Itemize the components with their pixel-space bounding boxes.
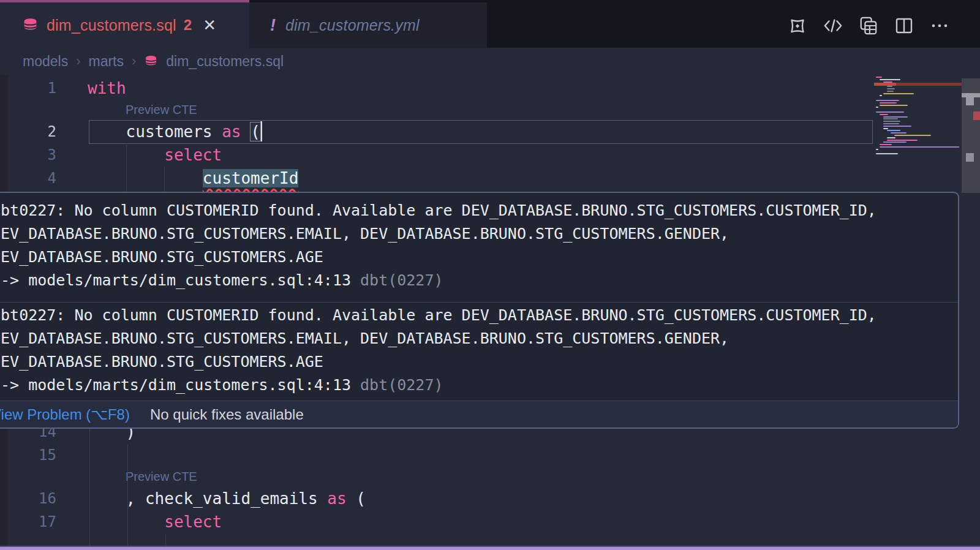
minimap-line	[883, 118, 898, 119]
code-token	[88, 513, 164, 531]
line-number[interactable]: 1	[0, 77, 56, 100]
indent-guide	[127, 445, 128, 546]
minimap-error-line	[874, 83, 896, 86]
warning-icon: !	[270, 16, 276, 35]
minimap-line	[880, 95, 882, 96]
chevron-right-icon: ›	[132, 53, 136, 69]
code-line[interactable]: 15	[0, 443, 876, 467]
error-line: DEV_DATABASE.BRUNO.STG_CUSTOMERS.AGE	[0, 246, 958, 269]
minimap-line	[887, 88, 895, 89]
minimap-line	[883, 126, 911, 127]
breadcrumb-file[interactable]: dim_customers.sql	[166, 53, 284, 70]
minimap-line	[887, 91, 894, 92]
minimap-line	[894, 135, 931, 136]
line-number[interactable]: 17	[0, 510, 56, 533]
error-hover-popup: dbt0227: No column CUSTOMERID found. Ava…	[0, 192, 959, 429]
breadcrumb-models[interactable]: models	[23, 53, 68, 70]
query-results-icon[interactable]	[859, 16, 878, 36]
minimap-line	[880, 102, 897, 104]
close-tab-icon[interactable]: ✕	[203, 17, 216, 33]
line-content: , check_valid_emails as (	[88, 487, 366, 510]
code-line[interactable]: 4 customerId	[0, 167, 876, 190]
tab-dim-customers-sql[interactable]: dim_customers.sql 2 ✕	[0, 0, 249, 48]
more-actions-icon[interactable]	[930, 16, 949, 36]
tab-bar: dim_customers.sql 2 ✕ ! dim_customers.ym…	[0, 0, 980, 48]
indent-guide	[164, 167, 165, 192]
error-code: dbt(0227)	[351, 376, 443, 394]
hover-status-bar: View Problem (⌥F8) No quick fixes availa…	[0, 401, 958, 428]
code-token: as	[327, 489, 346, 508]
tab-label: dim_customers.yml	[285, 17, 420, 34]
minimap-line	[883, 123, 899, 124]
minimap-line	[883, 128, 888, 129]
minimap-line	[876, 111, 904, 113]
problem-count-badge: 2	[184, 17, 192, 34]
error-line: dbt0227: No column CUSTOMERID found. Ava…	[0, 199, 958, 222]
code-line[interactable]: 3 select	[0, 143, 876, 167]
error-code: dbt(0227)	[351, 271, 443, 289]
ruler-mark-gray	[962, 93, 980, 97]
dbt-logo-icon[interactable]	[788, 16, 807, 36]
minimap-line	[883, 93, 914, 94]
ruler-mark-error	[973, 111, 980, 120]
code-line[interactable]: 1with	[0, 77, 876, 100]
view-problem-link[interactable]: View Problem (⌥F8)	[0, 406, 130, 423]
code-token	[241, 122, 251, 141]
code-token: select	[164, 513, 222, 531]
code-line[interactable]: 2 customers as (	[0, 120, 876, 143]
minimap-line	[876, 100, 899, 101]
error-line: DEV_DATABASE.BRUNO.STG_CUSTOMERS.EMAIL, …	[0, 327, 958, 350]
minimap-line	[891, 132, 907, 134]
minimap-line	[883, 121, 900, 122]
text-cursor	[260, 121, 262, 141]
code-line[interactable]: 16 , check_valid_emails as (	[0, 487, 876, 510]
line-content: customers as (	[88, 120, 262, 143]
no-quick-fixes-label: No quick fixes available	[150, 406, 304, 423]
error-location-line: --> models/marts/dim_customers.sql:4:13 …	[0, 269, 958, 292]
line-number[interactable]: 3	[0, 143, 56, 167]
error-line: DEV_DATABASE.BRUNO.STG_CUSTOMERS.AGE	[0, 350, 958, 374]
line-number[interactable]: 2	[0, 120, 56, 143]
code-token: customers	[88, 122, 222, 141]
error-location-line: --> models/marts/dim_customers.sql:4:13 …	[0, 374, 958, 397]
database-icon	[144, 55, 158, 69]
indent-guide	[89, 429, 90, 546]
compiled-code-icon[interactable]	[823, 16, 843, 36]
minimap-line	[887, 130, 900, 131]
error-line: dbt0227: No column CUSTOMERID found. Ava…	[0, 304, 958, 327]
line-number[interactable]: 16	[0, 487, 56, 510]
minimap-line	[876, 77, 882, 78]
scrollbar[interactable]	[962, 75, 980, 550]
minimap-line	[883, 141, 907, 143]
code-line[interactable]: 17 select	[0, 510, 876, 533]
code-token: customerId	[203, 169, 299, 187]
minimap-line	[876, 107, 878, 108]
minimap-line	[876, 153, 898, 154]
ruler-mark-gray	[966, 153, 974, 162]
minimap-line	[887, 140, 918, 141]
code-token: (	[347, 489, 366, 508]
error-message-block: dbt0227: No column CUSTOMERID found. Ava…	[0, 193, 958, 302]
codelens-preview-cte[interactable]: Preview CTE	[126, 100, 197, 120]
code-token: , check_valid_emails	[88, 489, 327, 508]
code-token: with	[88, 79, 126, 97]
minimap-line	[883, 116, 908, 118]
breadcrumb-marts[interactable]: marts	[88, 53, 124, 70]
line-content: select	[88, 143, 222, 167]
line-number[interactable]: 15	[0, 443, 56, 467]
minimap-line	[887, 137, 895, 138]
breadcrumb: models › marts › dim_customers.sql	[23, 48, 284, 75]
code-token: as	[222, 122, 241, 141]
tab-dim-customers-yml[interactable]: ! dim_customers.yml	[249, 0, 487, 48]
minimap-line	[887, 86, 892, 87]
split-editor-icon[interactable]	[894, 16, 914, 36]
line-content: with	[88, 77, 126, 100]
codelens-preview-cte[interactable]: Preview CTE	[126, 467, 197, 487]
minimap-line	[880, 144, 892, 145]
vscode-editor-window: { "tab_bar": { "tabs": [ { "name": "dim_…	[0, 0, 980, 550]
minimap-line	[880, 79, 900, 80]
minimap-line	[880, 114, 888, 115]
code-token	[88, 169, 203, 187]
line-content: customerId	[88, 167, 298, 190]
line-number[interactable]: 4	[0, 167, 56, 190]
